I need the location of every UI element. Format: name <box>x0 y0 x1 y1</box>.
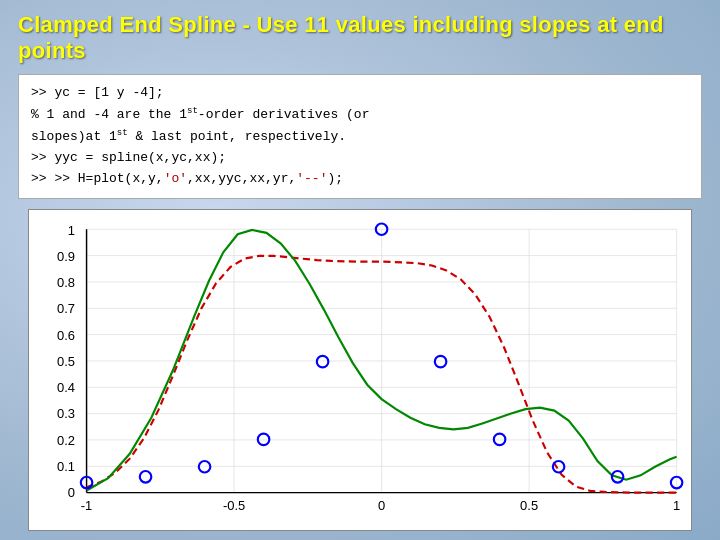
code-line-4: >> yyc = spline(x,yc,xx); <box>31 148 689 169</box>
slide-title: Clamped End Spline - Use 11 values inclu… <box>18 12 702 64</box>
data-point-4 <box>317 356 329 368</box>
svg-text:1: 1 <box>68 223 75 238</box>
svg-text:0.2: 0.2 <box>57 433 75 448</box>
svg-text:0.4: 0.4 <box>57 380 75 395</box>
svg-text:0.8: 0.8 <box>57 274 75 289</box>
slide-container: Clamped End Spline - Use 11 values inclu… <box>0 0 720 540</box>
code-line-1: >> yc = [1 y -4]; <box>31 83 689 104</box>
svg-text:0.3: 0.3 <box>57 405 75 420</box>
code-line-5: >> >> H=plot(x,y,'o',xx,yyc,xx,yr,'--'); <box>31 169 689 190</box>
svg-text:0: 0 <box>378 498 385 513</box>
code-line-2: % 1 and -4 are the 1st-order derivatives… <box>31 104 689 126</box>
svg-text:-1: -1 <box>81 498 93 513</box>
superscript-2: st <box>117 128 128 138</box>
svg-text:0: 0 <box>68 485 75 500</box>
plot-svg: 0 0.1 0.2 0.3 0.4 0.5 0.6 0.7 0.8 0.9 1 … <box>29 210 691 531</box>
data-point-2 <box>199 461 211 473</box>
code-line-3: slopes)at 1st & last point, respectively… <box>31 126 689 148</box>
svg-text:-0.5: -0.5 <box>223 498 245 513</box>
data-point-7 <box>494 433 506 445</box>
superscript-1: st <box>187 106 198 116</box>
svg-text:0.9: 0.9 <box>57 249 75 264</box>
content-area: >> yc = [1 y -4]; % 1 and -4 are the 1st… <box>18 74 702 540</box>
svg-text:0.7: 0.7 <box>57 300 75 315</box>
data-point-8 <box>553 461 565 473</box>
data-point-6 <box>435 356 447 368</box>
svg-text:0.5: 0.5 <box>57 354 75 369</box>
data-point-1 <box>140 471 152 483</box>
svg-text:0.1: 0.1 <box>57 459 75 474</box>
svg-text:0.5: 0.5 <box>520 498 538 513</box>
plot-area: 0 0.1 0.2 0.3 0.4 0.5 0.6 0.7 0.8 0.9 1 … <box>28 209 692 532</box>
svg-text:0.6: 0.6 <box>57 328 75 343</box>
data-point-3 <box>258 433 270 445</box>
svg-text:1: 1 <box>673 498 680 513</box>
code-box: >> yc = [1 y -4]; % 1 and -4 are the 1st… <box>18 74 702 199</box>
